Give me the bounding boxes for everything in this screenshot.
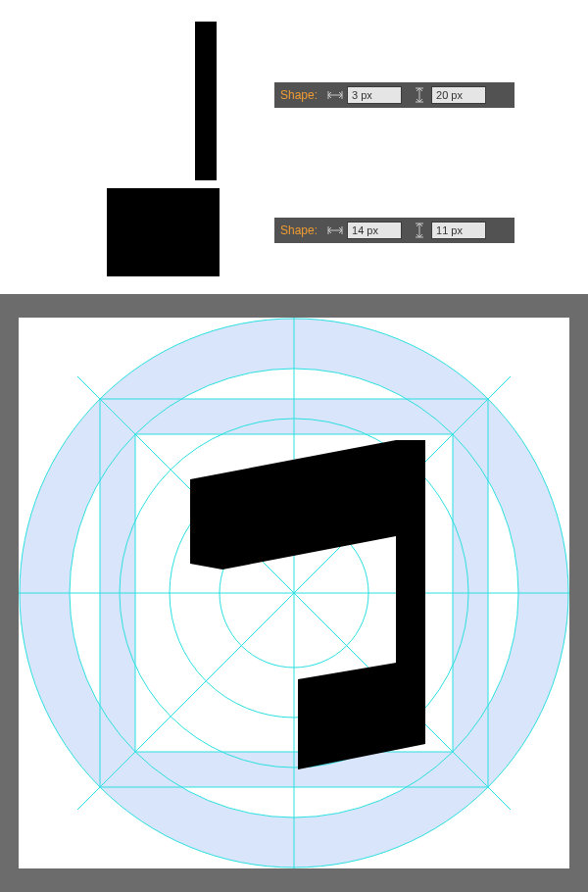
height-icon	[412, 223, 427, 238]
artboard-canvas[interactable]	[19, 318, 569, 868]
black-block-shape	[107, 188, 220, 276]
width-icon	[327, 87, 343, 103]
width-icon	[327, 223, 343, 238]
shape-label: Shape:	[280, 223, 318, 237]
black-stem-shape	[195, 22, 217, 180]
artboard-frame	[0, 294, 588, 892]
shape-label: Shape:	[280, 88, 318, 102]
height-icon	[412, 87, 427, 103]
height-field[interactable]	[431, 86, 486, 104]
shape-properties-panel-2: Shape:	[274, 218, 514, 243]
width-field[interactable]	[347, 86, 402, 104]
width-field[interactable]	[347, 222, 402, 239]
shape-properties-panel-1: Shape:	[274, 82, 514, 108]
height-field[interactable]	[431, 222, 486, 239]
top-illustration-area: Shape:	[0, 0, 588, 294]
